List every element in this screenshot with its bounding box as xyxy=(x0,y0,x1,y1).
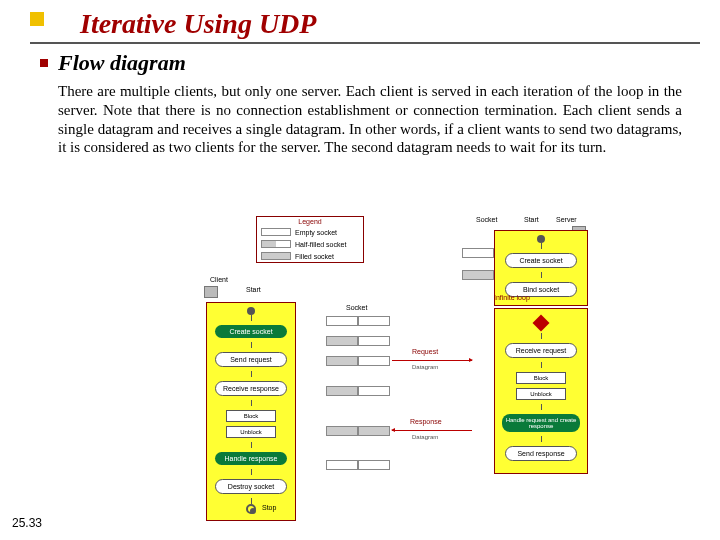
server-socket-label: Socket xyxy=(476,216,497,223)
legend-box: Legend Empty socket Half-filled socket F… xyxy=(256,216,364,263)
request-arrow xyxy=(392,360,472,361)
title-accent xyxy=(30,12,44,26)
request-label: Request xyxy=(412,348,438,355)
client-step-block: Block xyxy=(226,410,276,422)
legend-title: Legend xyxy=(257,217,363,226)
client-step-destroy: Destroy socket xyxy=(215,479,287,494)
page-number: 25.33 xyxy=(12,516,42,530)
legend-row-1: Half-filled socket xyxy=(295,241,346,248)
response-datagram-label: Datagram xyxy=(412,434,438,440)
client-step-send: Send request xyxy=(215,352,287,367)
infinite-loop-label: Infinite loop xyxy=(494,294,530,301)
server-flow-loop: Receive request Block Unblock Handle req… xyxy=(494,308,588,474)
server-step-recv: Receive request xyxy=(505,343,577,358)
server-step-send: Send response xyxy=(505,446,577,461)
server-label: Server xyxy=(556,216,577,223)
subtitle: Flow diagram xyxy=(58,50,186,76)
client-step-unblock: Unblock xyxy=(226,426,276,438)
client-host-icon xyxy=(204,286,218,298)
client-start-label: Start xyxy=(246,286,261,293)
body-paragraph: There are multiple clients, but only one… xyxy=(0,76,720,157)
client-step-handle: Handle response xyxy=(215,452,287,465)
loop-diamond-icon xyxy=(533,315,550,332)
client-step-recv: Receive response xyxy=(215,381,287,396)
server-step-unblock: Unblock xyxy=(516,388,566,400)
legend-row-2: Filled socket xyxy=(295,253,334,260)
client-label: Client xyxy=(210,276,228,283)
title-underline xyxy=(30,42,700,44)
client-flow: Create socket Send request Receive respo… xyxy=(206,302,296,521)
request-datagram-label: Datagram xyxy=(412,364,438,370)
stop-dot-icon xyxy=(246,504,256,514)
page-title: Iterative Using UDP xyxy=(0,8,720,40)
client-step-create: Create socket xyxy=(215,325,287,338)
server-step-handle: Handle request and create response xyxy=(502,414,580,432)
legend-row-0: Empty socket xyxy=(295,229,337,236)
socket-label-mid: Socket xyxy=(346,304,367,311)
server-start-label: Start xyxy=(524,216,539,223)
server-step-block: Block xyxy=(516,372,566,384)
client-stop-label: Stop xyxy=(262,504,276,511)
response-arrow xyxy=(392,430,472,431)
start-dot-icon xyxy=(247,307,255,315)
flow-diagram: Legend Empty socket Half-filled socket F… xyxy=(150,216,590,516)
server-start-dot xyxy=(537,235,545,243)
response-label: Response xyxy=(410,418,442,425)
server-step-create: Create socket xyxy=(505,253,577,268)
bullet-icon xyxy=(40,59,48,67)
